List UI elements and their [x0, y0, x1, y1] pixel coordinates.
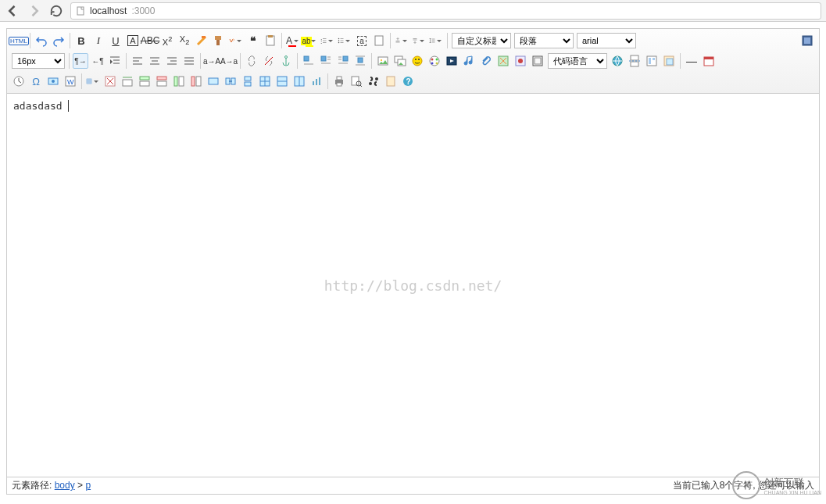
simpleupload-button[interactable] — [375, 53, 391, 69]
svg-rect-3 — [216, 40, 220, 45]
insertparagraphbeforetable-button[interactable] — [120, 73, 135, 89]
snapscreen-button[interactable] — [45, 73, 61, 89]
formatmatch-button[interactable] — [211, 33, 227, 48]
fontfamily-select[interactable]: arial — [577, 33, 636, 48]
imageright-button[interactable] — [335, 53, 351, 69]
drafts-button[interactable] — [383, 73, 399, 89]
mergecells-button[interactable] — [206, 73, 221, 89]
insertcode-select[interactable]: 代码语言 — [548, 53, 607, 69]
path-body-link[interactable]: body — [55, 480, 75, 491]
path-p-link[interactable]: p — [85, 480, 91, 491]
deletecol-button[interactable] — [188, 73, 204, 89]
reload-button[interactable] — [48, 3, 64, 19]
help-button[interactable]: ? — [400, 73, 416, 89]
touppercase-button[interactable]: a→A — [204, 53, 220, 69]
justifycenter-button[interactable] — [147, 53, 163, 69]
attachment-button[interactable] — [478, 53, 494, 69]
subscript-button[interactable]: X2 — [177, 33, 192, 48]
svg-point-64 — [418, 59, 420, 60]
justifyright-button[interactable] — [164, 53, 180, 69]
removeformat-button[interactable] — [194, 33, 209, 48]
webapp-button[interactable] — [610, 53, 625, 69]
italic-button[interactable]: I — [91, 33, 106, 48]
background-button[interactable] — [661, 53, 677, 69]
wordimage-button[interactable]: W — [63, 73, 78, 89]
imagenone-button[interactable] — [301, 53, 316, 69]
cleardoc-button[interactable] — [371, 33, 387, 48]
deletetable-button[interactable] — [102, 73, 118, 89]
fullscreen-button[interactable] — [799, 33, 815, 48]
scrawl-button[interactable] — [427, 53, 442, 69]
inserttable-button[interactable] — [85, 73, 101, 89]
horizontal-button[interactable]: — — [684, 53, 699, 69]
blockquote-button[interactable]: ❝ — [245, 33, 261, 48]
insertrow-button[interactable] — [137, 73, 152, 89]
unlink-button[interactable] — [261, 53, 277, 69]
preview-button[interactable] — [349, 73, 364, 89]
link-button[interactable] — [244, 53, 259, 69]
svg-text:W: W — [67, 78, 74, 86]
separator — [680, 53, 681, 69]
splittorows-button[interactable] — [274, 73, 290, 89]
directionalityltr-button[interactable]: ¶→ — [73, 53, 88, 69]
svg-rect-75 — [535, 58, 541, 64]
tolowercase-button[interactable]: A→a — [221, 53, 237, 69]
imageleft-button[interactable] — [318, 53, 334, 69]
insertimage-button[interactable] — [392, 53, 408, 69]
indent-button[interactable] — [107, 53, 123, 69]
insertframe-button[interactable] — [530, 53, 545, 69]
charts-button[interactable] — [309, 73, 324, 89]
justifyjustify-button[interactable] — [181, 53, 197, 69]
music-button[interactable] — [461, 53, 477, 69]
time-button[interactable] — [11, 73, 27, 89]
anchor-button[interactable] — [278, 53, 294, 69]
bold-button[interactable]: B — [73, 33, 89, 48]
deleterow-button[interactable] — [154, 73, 170, 89]
template-button[interactable] — [644, 53, 660, 69]
directionalityrtl-button[interactable]: ←¶ — [90, 53, 105, 69]
splittocells-button[interactable] — [257, 73, 273, 89]
date-button[interactable] — [701, 53, 717, 69]
address-bar[interactable]: localhost:3000 — [70, 2, 821, 20]
paragraph-select[interactable]: 段落 — [514, 33, 574, 48]
source-button[interactable]: HTML — [11, 33, 27, 48]
fontsize-select[interactable]: 16px — [12, 53, 65, 69]
splittocols-button[interactable] — [291, 73, 307, 89]
imagecenter-button[interactable] — [352, 53, 368, 69]
insertunorderedlist-button[interactable] — [337, 33, 352, 48]
spechars-button[interactable]: Ω — [28, 73, 44, 89]
editor-content-area[interactable]: adasdasd http://blog.csdn.net/ — [7, 94, 819, 477]
undo-button[interactable] — [34, 33, 49, 48]
gmap-button[interactable] — [513, 53, 528, 69]
underline-button[interactable]: U — [108, 33, 123, 48]
redo-button[interactable] — [51, 33, 66, 48]
forecolor-button[interactable]: A — [285, 33, 301, 48]
mergedown-button[interactable] — [240, 73, 256, 89]
mergeright-button[interactable] — [223, 73, 238, 89]
pagebreak-button[interactable] — [627, 53, 642, 69]
customstyle-select[interactable]: 自定义标题 — [452, 33, 511, 48]
insertcol-button[interactable] — [171, 73, 187, 89]
svg-rect-77 — [631, 55, 638, 60]
pasteplain-button[interactable] — [263, 33, 278, 48]
svg-rect-113 — [245, 77, 251, 80]
justifyleft-button[interactable] — [130, 53, 145, 69]
fontborder-button[interactable]: A — [125, 33, 141, 48]
back-button[interactable] — [5, 3, 20, 19]
forward-button[interactable] — [27, 3, 42, 19]
insertvideo-button[interactable] — [444, 53, 459, 69]
strikethrough-button[interactable]: ABC — [142, 33, 158, 48]
print-button[interactable] — [331, 73, 347, 89]
emotion-button[interactable] — [409, 53, 425, 69]
autotypeset-button[interactable] — [228, 33, 244, 48]
superscript-button[interactable]: X2 — [159, 33, 175, 48]
lineheight-button[interactable] — [428, 33, 444, 48]
rowspacingtop-button[interactable] — [394, 33, 409, 48]
map-button[interactable] — [495, 53, 511, 69]
separator — [281, 33, 282, 48]
rowspacingbottom-button[interactable] — [411, 33, 427, 48]
selectall-button[interactable]: a — [354, 33, 370, 48]
searchreplace-button[interactable] — [366, 73, 381, 89]
backcolor-button[interactable]: ab — [302, 33, 318, 48]
insertorderedlist-button[interactable]: 123 — [320, 33, 335, 48]
